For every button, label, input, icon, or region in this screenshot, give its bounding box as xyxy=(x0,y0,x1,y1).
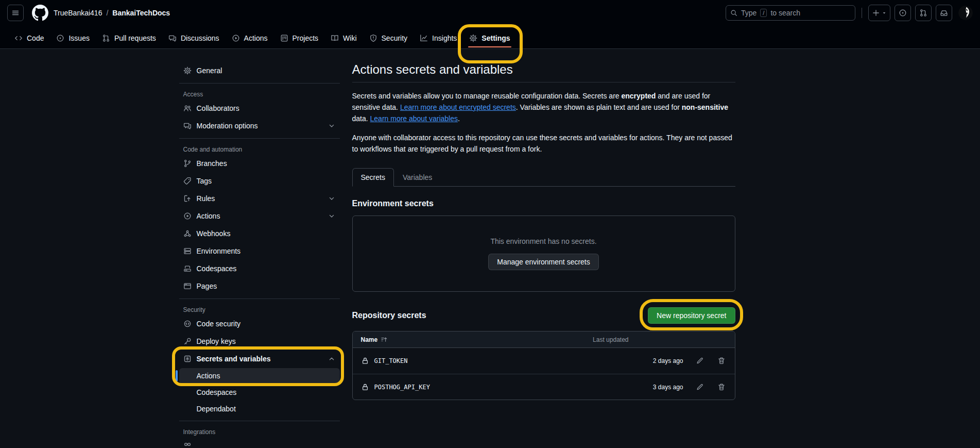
non-sensitive-bold: non-sensitive xyxy=(682,103,728,111)
chevron-up-icon xyxy=(328,355,336,363)
chevron-down-icon xyxy=(328,194,336,203)
avatar[interactable] xyxy=(958,6,973,20)
global-menu-button[interactable] xyxy=(7,5,24,21)
sidebar-item-github-apps[interactable] xyxy=(179,438,340,448)
sidebar-section-code-automation: Code and automation xyxy=(179,143,340,155)
issues-global-button[interactable] xyxy=(895,5,911,21)
tab-label: Settings xyxy=(482,34,510,42)
sidebar-item-label: Rules xyxy=(197,194,215,203)
caret-down-icon xyxy=(882,10,887,15)
edit-secret-button[interactable] xyxy=(695,356,705,366)
tab-actions[interactable]: Actions xyxy=(228,27,272,49)
lock-icon xyxy=(361,383,369,391)
search-placeholder-prefix: Type xyxy=(741,9,757,17)
repo-push-icon xyxy=(183,194,192,203)
sidebar-item-label: Code security xyxy=(197,320,241,328)
sidebar-item-actions[interactable]: Actions xyxy=(179,208,340,224)
tab-label: Projects xyxy=(293,34,319,42)
sidebar-item-label: Collaborators xyxy=(197,104,239,112)
secret-updated: 3 days ago xyxy=(647,384,683,391)
table-row: GIT_TOKEN 2 days ago xyxy=(353,348,735,374)
tab-security[interactable]: Security xyxy=(365,27,412,49)
sidebar-item-label: Pages xyxy=(197,282,217,290)
sidebar-subitem-label: Dependabot xyxy=(197,405,236,413)
tab-issues[interactable]: Issues xyxy=(52,27,93,49)
edit-secret-button[interactable] xyxy=(695,382,705,392)
breadcrumb-owner-link[interactable]: TrueBankai416 xyxy=(54,9,102,17)
tab-settings[interactable]: Settings xyxy=(465,27,514,49)
sidebar-item-moderation-options[interactable]: Moderation options xyxy=(179,118,340,134)
create-new-button[interactable] xyxy=(868,5,890,21)
secret-updated: 2 days ago xyxy=(647,357,683,364)
sidebar-item-pages[interactable]: Pages xyxy=(179,278,340,294)
sidebar-subitem-codespaces[interactable]: Codespaces xyxy=(179,385,340,400)
tab-code[interactable]: Code xyxy=(10,27,48,49)
breadcrumb-repo-link[interactable]: BankaiTechDocs xyxy=(112,9,170,17)
environment-secrets-heading: Environment secrets xyxy=(352,199,735,208)
tab-secrets[interactable]: Secrets xyxy=(352,168,394,187)
secrets-and-variables-group: Secrets and variables Actions xyxy=(179,351,340,384)
repository-secrets-heading: Repository secrets xyxy=(352,311,426,320)
sidebar-item-label: Actions xyxy=(197,212,220,220)
intro-text: . Variables are shown as plain text and … xyxy=(516,103,682,111)
sidebar-item-label: Moderation options xyxy=(197,122,258,130)
codespaces-icon xyxy=(183,264,192,273)
column-name[interactable]: Name xyxy=(361,336,388,343)
pull-requests-global-button[interactable] xyxy=(915,5,932,21)
tab-projects[interactable]: Projects xyxy=(276,27,323,49)
sidebar-divider xyxy=(179,83,340,84)
sidebar-item-branches[interactable]: Branches xyxy=(179,155,340,172)
sidebar-item-label: Branches xyxy=(197,159,227,168)
inbox-button[interactable] xyxy=(936,5,952,21)
sort-ascending-icon xyxy=(381,336,388,343)
play-icon xyxy=(232,34,240,42)
repo-nav: Code Issues Pull requests Discussions Ac… xyxy=(0,26,980,49)
new-repository-secret-label: New repository secret xyxy=(657,311,726,320)
learn-more-variables-link[interactable]: Learn more about variables xyxy=(370,114,458,123)
tab-wiki[interactable]: Wiki xyxy=(326,27,360,49)
tab-label: Insights xyxy=(432,34,457,42)
sidebar-item-secrets-and-variables[interactable]: Secrets and variables xyxy=(179,351,340,367)
server-icon xyxy=(183,247,192,255)
sidebar-item-collaborators[interactable]: Collaborators xyxy=(179,100,340,117)
sidebar-item-rules[interactable]: Rules xyxy=(179,190,340,207)
column-name-label: Name xyxy=(361,336,378,343)
tab-pull-requests[interactable]: Pull requests xyxy=(98,27,160,49)
key-icon xyxy=(183,337,192,345)
sidebar-item-webhooks[interactable]: Webhooks xyxy=(179,225,340,242)
intro-text: data. xyxy=(352,114,370,123)
learn-more-secrets-link[interactable]: Learn more about encrypted secrets xyxy=(400,103,516,111)
delete-secret-button[interactable] xyxy=(716,356,727,366)
sidebar-item-environments[interactable]: Environments xyxy=(179,243,340,259)
issue-opened-icon xyxy=(56,34,64,42)
header-divider xyxy=(862,8,862,18)
sidebar-subitem-label: Actions xyxy=(197,372,220,380)
manage-environment-secrets-button[interactable]: Manage environment secrets xyxy=(488,254,599,270)
column-last-updated: Last updated xyxy=(593,336,628,343)
search-placeholder-suffix: to search xyxy=(770,9,800,17)
sidebar-section-access: Access xyxy=(179,88,340,100)
comment-discussion-icon xyxy=(183,122,192,130)
app-header: TrueBankai416 / BankaiTechDocs Type / to… xyxy=(0,0,980,49)
sidebar-item-code-security[interactable]: Code security xyxy=(179,316,340,332)
sidebar-item-tags[interactable]: Tags xyxy=(179,173,340,189)
tab-discussions[interactable]: Discussions xyxy=(164,27,223,49)
graph-icon xyxy=(420,34,428,42)
sidebar-subitem-dependabot[interactable]: Dependabot xyxy=(179,401,340,417)
github-logo-icon[interactable] xyxy=(32,5,48,21)
tab-insights[interactable]: Insights xyxy=(416,27,461,49)
sidebar-subitem-actions[interactable]: Actions xyxy=(179,368,340,384)
gear-icon xyxy=(469,34,477,42)
tab-variables[interactable]: Variables xyxy=(394,168,441,187)
new-repository-secret-button[interactable]: New repository secret xyxy=(648,307,735,324)
delete-secret-button[interactable] xyxy=(716,382,727,392)
sidebar-item-deploy-keys[interactable]: Deploy keys xyxy=(179,333,340,350)
sidebar-item-label: Webhooks xyxy=(197,229,231,238)
sidebar-item-general[interactable]: General xyxy=(179,62,340,79)
tab-label: Discussions xyxy=(181,34,219,42)
page-title: Actions secrets and variables xyxy=(352,62,735,82)
asterisk-box-icon xyxy=(183,355,192,363)
search-input[interactable]: Type / to search xyxy=(726,5,855,21)
sidebar-item-codespaces[interactable]: Codespaces xyxy=(179,260,340,277)
inbox-icon xyxy=(940,9,948,17)
